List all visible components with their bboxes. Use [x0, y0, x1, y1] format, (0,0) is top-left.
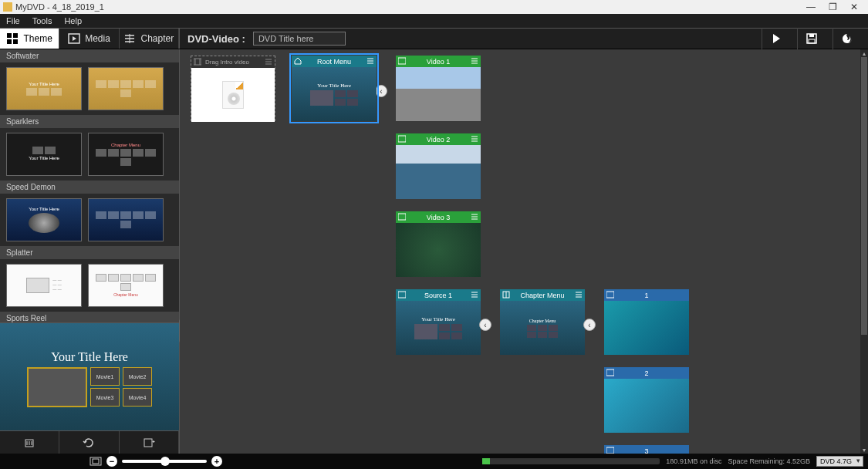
node-clip-3[interactable]: 3: [604, 445, 689, 454]
theme-list[interactable]: Softwater Your Title Here Sparklers Your…: [0, 49, 179, 322]
svg-rect-14: [398, 292, 406, 298]
disc-usage-bar: [482, 458, 660, 464]
preview-movie: Movie1: [90, 367, 120, 386]
zoom-slider[interactable]: [122, 460, 207, 463]
node-video-2[interactable]: Video 2: [396, 133, 481, 199]
node-title: 1: [644, 292, 648, 299]
node-title: Root Menu: [317, 58, 351, 66]
reload-icon: [83, 438, 95, 447]
dvd-title-input[interactable]: [253, 32, 346, 46]
theme-thumb[interactable]: Your Title Here: [6, 198, 82, 241]
svg-rect-9: [144, 439, 152, 447]
svg-rect-17: [606, 369, 614, 376]
burn-button[interactable]: [833, 28, 860, 49]
preview-movie: Movie2: [123, 367, 152, 386]
node-video-1[interactable]: Video 1: [396, 56, 481, 121]
menu-tools[interactable]: Tools: [28, 16, 57, 25]
theme-thumb[interactable]: Your Title Here: [6, 133, 82, 176]
node-title: Video 2: [427, 136, 450, 143]
node-chapter-menu[interactable]: Chapter Menu Chapter Menu: [500, 289, 585, 355]
menu-icon[interactable]: [471, 135, 478, 143]
menu-icon[interactable]: [575, 291, 583, 299]
film-icon: [398, 57, 406, 65]
maximize-button[interactable]: ❐: [822, 0, 843, 14]
svg-rect-12: [398, 136, 406, 142]
disc-file-icon: [222, 81, 244, 109]
svg-rect-20: [93, 459, 99, 464]
fit-button[interactable]: [90, 457, 102, 466]
zoom-in-button[interactable]: +: [211, 456, 222, 467]
zoom-out-button[interactable]: −: [106, 456, 117, 467]
node-clip-1[interactable]: 1: [604, 289, 689, 355]
menu-help[interactable]: Help: [59, 16, 86, 25]
theme-preview: Your Title Here Movie1 Movie2 Movie3 Mov…: [0, 322, 179, 430]
sidebar-tabs: Theme Media Chapter: [0, 29, 180, 49]
add-theme-button[interactable]: [120, 431, 179, 454]
node-root-menu[interactable]: Root Menu Your Title Here: [292, 56, 377, 121]
scroll-up-icon[interactable]: ▴: [860, 49, 868, 57]
delete-theme-button[interactable]: [0, 431, 59, 454]
disc-type-select[interactable]: DVD 4.7G: [816, 456, 863, 467]
tab-theme[interactable]: Theme: [0, 29, 59, 49]
node-video-3[interactable]: Video 3: [396, 211, 481, 277]
menu-icon[interactable]: [265, 58, 272, 66]
canvas-scrollbar[interactable]: ▴ ▾: [860, 49, 868, 454]
theme-group-sparklers: Sparklers: [0, 115, 179, 128]
menu-file[interactable]: File: [2, 16, 25, 25]
scrollbar-thumb[interactable]: [861, 57, 867, 335]
tab-media[interactable]: Media: [59, 29, 119, 49]
collapse-button[interactable]: ‹: [583, 319, 596, 331]
menu-icon[interactable]: [366, 57, 374, 65]
tab-chapter[interactable]: Chapter: [120, 29, 179, 49]
theme-thumb[interactable]: — —— —— —: [6, 264, 82, 307]
menu-icon[interactable]: [471, 291, 478, 299]
node-title: Video 3: [427, 214, 450, 221]
svg-rect-3: [13, 39, 18, 44]
save-button[interactable]: [797, 28, 825, 49]
svg-rect-2: [7, 39, 12, 44]
svg-rect-18: [606, 447, 614, 454]
node-source-1[interactable]: Source 1 Your Title Here: [396, 289, 481, 355]
menu-icon[interactable]: [471, 57, 478, 65]
root-preview-title: Your Title Here: [317, 83, 351, 89]
source-preview-title: Your Title Here: [421, 316, 455, 322]
svg-rect-16: [606, 292, 614, 298]
home-icon: [294, 57, 302, 65]
theme-thumb[interactable]: [88, 67, 164, 110]
slider-knob[interactable]: [160, 457, 170, 466]
theme-thumb[interactable]: Your Title Here: [6, 67, 82, 110]
menu-icon[interactable]: [471, 213, 478, 221]
play-button[interactable]: [762, 28, 789, 49]
svg-rect-1: [13, 33, 18, 38]
theme-thumb[interactable]: Chapter Menu: [88, 264, 164, 307]
dvd-video-label: DVD-Video :: [187, 33, 245, 45]
refresh-theme-button[interactable]: [59, 431, 119, 454]
node-title: Chapter Menu: [520, 292, 564, 299]
node-title: 2: [644, 369, 648, 377]
node-title: 3: [644, 447, 648, 454]
film-icon: [398, 135, 406, 143]
intro-drop-zone[interactable]: Drag Intro video: [191, 56, 275, 121]
theme-thumb[interactable]: Chapter Menu: [88, 133, 164, 176]
save-icon: [806, 33, 817, 44]
fit-icon: [90, 457, 102, 466]
theme-sidebar: Softwater Your Title Here Sparklers Your…: [0, 49, 180, 454]
film-icon: [398, 213, 406, 221]
node-clip-2[interactable]: 2: [604, 367, 689, 433]
canvas[interactable]: Drag Intro video ‹ Root Menu Your Title …: [180, 49, 868, 454]
tab-chapter-label: Chapter: [140, 33, 174, 44]
trash-icon: [23, 438, 35, 447]
preview-movie: Movie4: [123, 388, 152, 407]
collapse-button[interactable]: ‹: [479, 319, 491, 331]
theme-thumb[interactable]: [88, 198, 164, 241]
preview-main-thumb: [27, 367, 87, 407]
collapse-button[interactable]: ‹: [375, 85, 387, 97]
film-icon: [606, 291, 614, 299]
toolbar: Theme Media Chapter DVD-Video :: [0, 28, 868, 49]
close-button[interactable]: ✕: [843, 0, 865, 14]
scroll-down-icon[interactable]: ▾: [860, 446, 868, 454]
film-icon: [606, 369, 614, 376]
svg-rect-13: [398, 214, 406, 220]
minimize-button[interactable]: —: [800, 0, 822, 14]
window-title: MyDVD - 4_18_2019_1: [15, 2, 800, 12]
